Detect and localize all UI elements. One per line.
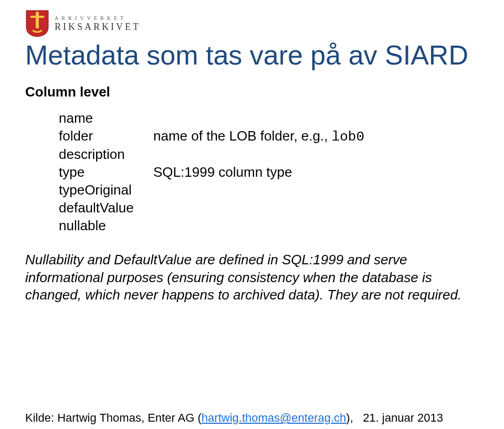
source-line: Kilde: Hartwig Thomas, Enter AG (hartwig… [25,410,479,426]
section-label: Column level [25,84,479,100]
source-email-link[interactable]: hartwig.thomas@enterag.ch [202,411,346,424]
field-row: nullable [59,217,479,235]
field-row: defaultValue [59,199,479,217]
source-middle: ), [346,411,353,424]
field-row: type SQL:1999 column type [59,164,479,181]
field-name: folder [59,127,153,146]
fields-block: name folder name of the LOB folder, e.g.… [59,110,479,235]
wordmark: ARKIVVERKET RIKSARKIVET [55,16,141,31]
field-name: description [59,146,153,164]
field-row: name [59,110,479,127]
field-name: name [59,110,153,127]
field-row: typeOriginal [59,181,479,199]
source-prefix: Kilde: Hartwig Thomas, Enter AG ( [25,411,202,424]
field-name: nullable [59,217,153,235]
wordmark-line2: RIKSARKIVET [55,22,141,31]
wordmark-line1: ARKIVVERKET [55,16,141,21]
field-name: defaultValue [59,199,153,217]
svg-point-2 [36,12,39,15]
logo-block: ARKIVVERKET RIKSARKIVET [25,9,479,38]
source-date: 21. januar 2013 [363,411,443,424]
field-row: folder name of the LOB folder, e.g., lob… [59,127,479,146]
page-title: Metadata som tas vare på av SIARD [25,40,479,71]
field-desc: name of the LOB folder, e.g., lob0 [153,127,364,146]
svg-rect-1 [36,14,39,28]
field-desc-code: lob0 [332,129,364,145]
field-desc: SQL:1999 column type [153,164,292,181]
field-row: description [59,146,479,164]
note-paragraph: Nullability and DefaultValue are defined… [25,251,479,304]
field-name: type [59,164,153,181]
field-desc-text: name of the LOB folder, e.g., [153,128,332,144]
field-name: typeOriginal [59,181,153,199]
crest-icon [25,9,49,38]
